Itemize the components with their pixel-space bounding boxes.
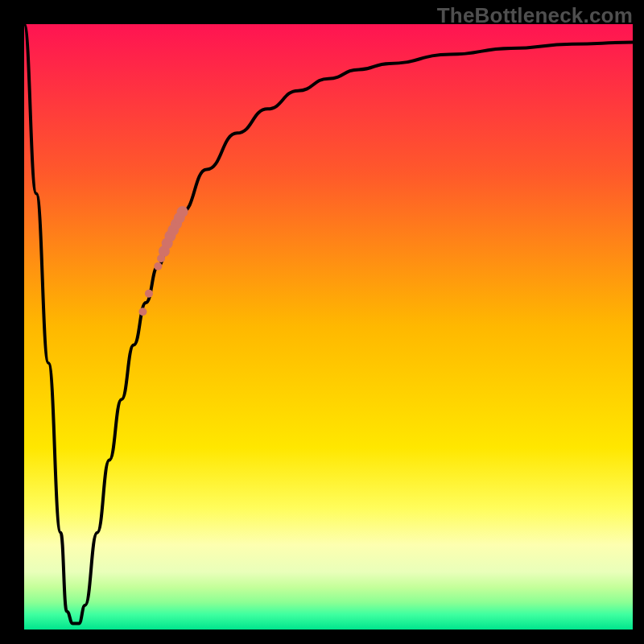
watermark-text: TheBottleneck.com <box>437 3 633 28</box>
plot-area <box>24 24 633 630</box>
gradient-background <box>24 24 633 630</box>
chart-marker <box>138 308 147 316</box>
chart-frame: TheBottleneck.com <box>0 0 644 644</box>
bottleneck-chart <box>24 24 633 630</box>
chart-marker <box>145 290 153 298</box>
chart-marker <box>154 262 162 270</box>
chart-marker <box>177 206 188 217</box>
